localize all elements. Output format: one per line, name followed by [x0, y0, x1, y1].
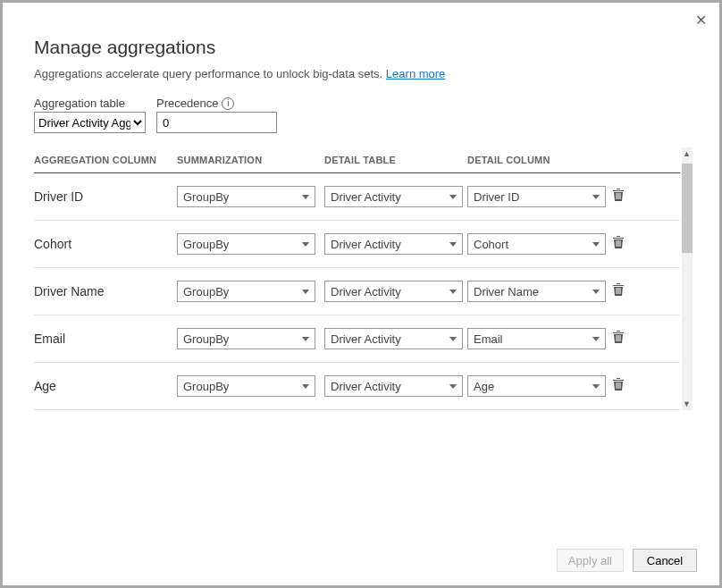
- svg-rect-8: [620, 288, 621, 294]
- svg-rect-13: [618, 382, 619, 389]
- dialog-title: Manage aggregations: [34, 37, 693, 58]
- detail-column-select[interactable]: Driver ID: [467, 186, 606, 207]
- detail-column-select[interactable]: Driver Name: [467, 281, 606, 302]
- delete-row-button[interactable]: [610, 378, 626, 394]
- svg-rect-11: [620, 335, 621, 341]
- header-detail-column: DETAIL COLUMN: [467, 155, 610, 165]
- delete-row-button[interactable]: [610, 236, 626, 252]
- svg-rect-2: [620, 193, 621, 199]
- summarization-select[interactable]: GroupBy: [177, 233, 315, 255]
- svg-rect-0: [617, 193, 617, 199]
- table-header-row: AGGREGATION COLUMN SUMMARIZATION DETAIL …: [34, 147, 680, 173]
- delete-row-button[interactable]: [610, 331, 626, 347]
- cancel-button[interactable]: Cancel: [633, 549, 697, 572]
- aggregation-column-name: Age: [34, 379, 177, 393]
- learn-more-link[interactable]: Learn more: [386, 67, 445, 80]
- scrollbar-track[interactable]: ▲ ▼: [682, 147, 693, 410]
- dialog-subtitle: Aggregations accelerate query performanc…: [34, 67, 693, 80]
- summarization-select[interactable]: GroupBy: [177, 281, 315, 302]
- precedence-group: Precedence i: [156, 97, 277, 133]
- scroll-up-icon[interactable]: ▲: [683, 149, 691, 158]
- detail-table-select[interactable]: Driver Activity: [324, 281, 463, 302]
- dialog-footer: Apply all Cancel: [557, 549, 697, 572]
- header-aggregation-column: AGGREGATION COLUMN: [34, 155, 177, 165]
- svg-rect-4: [618, 240, 619, 247]
- apply-all-button[interactable]: Apply all: [557, 549, 624, 572]
- svg-rect-1: [618, 193, 619, 199]
- summarization-select[interactable]: GroupBy: [177, 328, 315, 349]
- svg-rect-6: [617, 288, 617, 294]
- detail-table-select[interactable]: Driver Activity: [324, 328, 463, 349]
- aggregation-column-name: Driver Name: [34, 284, 177, 298]
- scroll-down-icon[interactable]: ▼: [683, 399, 691, 408]
- delete-row-button[interactable]: [610, 189, 626, 205]
- trash-icon: [612, 377, 625, 395]
- svg-rect-3: [617, 240, 617, 247]
- aggregation-column-name: Cohort: [34, 237, 177, 251]
- svg-rect-5: [620, 240, 621, 247]
- table-row: AgeGroupByDriver ActivityAge: [34, 363, 680, 410]
- rows-container: Driver IDGroupByDriver ActivityDriver ID…: [34, 173, 680, 410]
- detail-table-select[interactable]: Driver Activity: [324, 186, 463, 207]
- info-icon[interactable]: i: [222, 97, 234, 110]
- aggregations-table: ▲ ▼ AGGREGATION COLUMN SUMMARIZATION DET…: [34, 147, 693, 410]
- svg-rect-10: [618, 335, 619, 341]
- table-row: EmailGroupByDriver ActivityEmail: [34, 315, 680, 363]
- header-detail-table: DETAIL TABLE: [324, 155, 467, 165]
- detail-table-select[interactable]: Driver Activity: [324, 375, 463, 397]
- trash-icon: [612, 282, 625, 300]
- summarization-select[interactable]: GroupBy: [177, 375, 315, 397]
- table-row: Driver NameGroupByDriver ActivityDriver …: [34, 268, 680, 315]
- aggregation-table-group: Aggregation table Driver Activity Agg: [34, 97, 146, 133]
- detail-column-select[interactable]: Age: [467, 375, 606, 397]
- close-icon: ✕: [695, 13, 707, 28]
- svg-rect-7: [618, 288, 619, 294]
- aggregation-column-name: Email: [34, 332, 177, 346]
- detail-table-select[interactable]: Driver Activity: [324, 233, 463, 255]
- detail-column-select[interactable]: Cohort: [467, 233, 606, 255]
- svg-rect-14: [620, 382, 621, 389]
- close-button[interactable]: ✕: [695, 12, 707, 29]
- header-summarization: SUMMARIZATION: [177, 155, 324, 165]
- delete-row-button[interactable]: [610, 283, 626, 299]
- aggregation-table-label: Aggregation table: [34, 97, 146, 110]
- subtitle-text: Aggregations accelerate query performanc…: [34, 67, 382, 80]
- controls-row: Aggregation table Driver Activity Agg Pr…: [34, 97, 693, 133]
- manage-aggregations-dialog: ✕ Manage aggregations Aggregations accel…: [3, 3, 719, 585]
- detail-column-select[interactable]: Email: [467, 328, 606, 349]
- table-row: CohortGroupByDriver ActivityCohort: [34, 221, 680, 268]
- precedence-label: Precedence i: [156, 97, 277, 110]
- aggregation-table-select[interactable]: Driver Activity Agg: [34, 112, 146, 133]
- precedence-input[interactable]: [156, 112, 277, 133]
- trash-icon: [612, 235, 625, 253]
- trash-icon: [612, 188, 625, 206]
- summarization-select[interactable]: GroupBy: [177, 186, 315, 207]
- svg-rect-12: [617, 382, 617, 389]
- trash-icon: [612, 330, 625, 348]
- svg-rect-9: [617, 335, 617, 341]
- scrollbar-thumb[interactable]: [682, 164, 693, 253]
- aggregation-column-name: Driver ID: [34, 189, 177, 204]
- table-row: Driver IDGroupByDriver ActivityDriver ID: [34, 173, 680, 221]
